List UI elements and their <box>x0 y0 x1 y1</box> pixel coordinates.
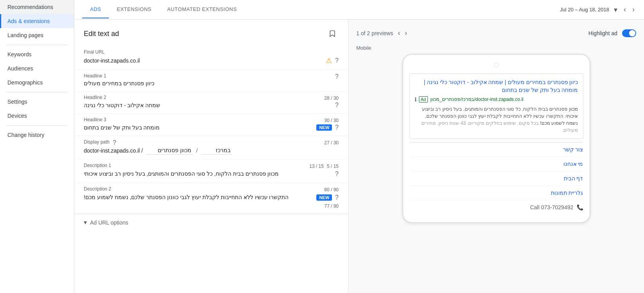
desc2-header-row: Description 2 80 / 90 <box>84 186 339 193</box>
final-url-section: Final URL doctor-inst.zapads.co.il ⚠ ? <box>74 46 348 70</box>
final-url-actions: ⚠ ? <box>326 56 339 65</box>
tab-automated-extensions[interactable]: AUTOMATED EXTENSIONS <box>159 1 245 18</box>
ad-url-text: doctor-inst.zapads.co.il/במרכז/פסנתרים_מ… <box>430 97 523 102</box>
sidebar-item-change-history[interactable]: Change history <box>0 128 74 142</box>
display-path-info-icon[interactable]: ? <box>113 139 116 146</box>
main-content: ADS EXTENSIONS AUTOMATED EXTENSIONS Jul … <box>74 0 644 293</box>
display-path-base: doctor-inst.zapads.co.il / <box>84 147 143 154</box>
date-nav: ▾ ‹ › <box>612 4 636 16</box>
headline3-info-icon[interactable]: ? <box>335 124 339 131</box>
sidebar-item-settings[interactable]: Settings <box>0 95 74 109</box>
date-range: Jul 20 – Aug 18, 2018 ▾ ‹ › <box>560 4 636 16</box>
desc1-value-row: מכוון פסנתרים בבית הלקוח, כל סוגי הפסנתר… <box>84 170 339 178</box>
preview-nav: ‹ › <box>396 27 409 39</box>
site-link-3[interactable]: גלריית תמונות <box>409 186 583 200</box>
preview-prev-button[interactable]: ‹ <box>396 27 402 39</box>
display-path-header-row: Display path ? 27 / 30 <box>84 139 339 146</box>
desc2-label: Description 2 <box>84 186 111 192</box>
desc2-badge-actions: NEW ? <box>316 194 339 201</box>
sidebar-item-keywords[interactable]: Keywords <box>0 47 74 61</box>
desc1-value[interactable]: מכוון פסנתרים בבית הלקוח, כל סוגי הפסנתר… <box>84 170 279 178</box>
phone-mockup: כיוון פסנתרים במחירים מעולים | שמחה אקיל… <box>402 54 590 223</box>
date-next-button[interactable]: › <box>631 4 636 15</box>
display-path-label: Display path <box>84 139 110 145</box>
headline1-info-icon[interactable]: ? <box>335 73 339 80</box>
edit-panel: Edit text ad Final URL doctor-inst.zapad… <box>74 20 348 293</box>
headline3-count: 30 / 30 <box>324 118 339 123</box>
desc2-value-row: התקשרו עכשיו ללא התחייבות לקבלת יעוץ לגב… <box>84 193 339 201</box>
sidebar-item-devices[interactable]: Devices <box>0 109 74 123</box>
headline1-value[interactable]: כיוון פסנתרים במחירים מעולים <box>84 80 154 86</box>
date-dropdown-button[interactable]: ▾ <box>612 4 619 16</box>
headline3-badge-actions: NEW ? <box>316 124 339 131</box>
highlight-toggle[interactable] <box>622 29 636 37</box>
ad-badge: Ad <box>419 96 428 102</box>
phone-icon: 📞 <box>577 204 583 210</box>
date-prev-button[interactable]: ‹ <box>622 4 628 15</box>
tab-extensions[interactable]: EXTENSIONS <box>109 1 159 18</box>
headline3-label: Headline 3 <box>84 117 106 122</box>
sidebar-item-ads-extensions[interactable]: Ads & extensions <box>0 14 74 28</box>
site-links: צור קשר מי אנחנו דף הבית גלריית תמונות 📞… <box>409 142 583 214</box>
display-path-label-row: Display path ? <box>84 139 116 146</box>
headline3-value[interactable]: מומחה בעל ותק של שנים בתחום <box>84 124 160 131</box>
headline1-label: Headline 1 <box>84 73 106 79</box>
tab-ads[interactable]: ADS <box>82 1 109 18</box>
desc2-count: 80 / 90 <box>324 187 339 192</box>
phone-circle <box>494 63 499 67</box>
call-row: 📞 Call 073-7029492 <box>409 200 583 214</box>
desc2-count2: 77 / 90 <box>324 203 339 209</box>
headline1-section: Headline 1 ? כיוון פסנתרים במחירים מעולי… <box>74 70 348 92</box>
desc1-counts: 13 / 15 5 / 15 <box>309 164 339 169</box>
desc2-new-badge: NEW <box>316 194 332 201</box>
headline2-value[interactable]: שמחה אקילוב - דוקטור כלי נגינה <box>84 102 160 108</box>
toggle-slider <box>622 29 636 37</box>
site-link-1[interactable]: מי אנחנו <box>409 157 583 171</box>
headline3-value-row: מומחה בעל ותק של שנים בתחום NEW ? <box>84 124 339 131</box>
headline2-count: 28 / 30 <box>324 95 339 101</box>
ad-headline[interactable]: כיוון פסנתרים במחירים מעולים | שמחה אקיל… <box>415 79 578 94</box>
headline1-actions: ? <box>335 73 339 80</box>
mobile-label: Mobile <box>356 45 636 51</box>
sidebar-divider-2 <box>6 92 68 92</box>
headline3-section: Headline 3 30 / 30 מומחה בעל ותק של שנים… <box>74 114 348 136</box>
desc2-info-icon[interactable]: ? <box>335 194 339 201</box>
ad-description-main: מכוון פסנתרים בבית הלקוח, כל סוגי הפסנתר… <box>415 106 578 134</box>
info-icon[interactable]: ? <box>335 57 339 64</box>
highlight-label: Highlight ad <box>588 30 617 36</box>
sidebar-item-demographics[interactable]: Demographics <box>0 75 74 90</box>
headline2-actions: 28 / 30 <box>324 95 339 101</box>
headline2-label: Headline 2 <box>84 95 106 100</box>
date-range-text: Jul 20 – Aug 18, 2018 <box>560 7 609 13</box>
desc1-section: Description 1 13 / 15 5 / 15 מכוון פסנתר… <box>74 160 348 183</box>
headline2-value-row: שמחה אקילוב - דוקטור כלי נגינה ? <box>84 102 339 109</box>
desc1-info-icon[interactable]: ? <box>335 171 339 178</box>
desc2-value[interactable]: התקשרו עכשיו ללא התחייבות לקבלת יעוץ לגב… <box>84 193 289 201</box>
site-link-2[interactable]: דף הבית <box>409 171 583 186</box>
ad-info-icon[interactable]: ℹ <box>415 96 417 102</box>
display-path-count: 27 / 30 <box>324 140 339 146</box>
phone-notch <box>409 63 583 67</box>
headline1-row: Headline 1 ? <box>84 73 339 80</box>
preview-next-button[interactable]: › <box>403 27 409 39</box>
display-path-input1[interactable] <box>146 146 193 155</box>
ad-card: כיוון פסנתרים במחירים מעולים | שמחה אקיל… <box>409 74 583 139</box>
bookmark-icon[interactable] <box>326 27 339 40</box>
headline3-new-badge: NEW <box>316 124 332 131</box>
preview-counter: 1 of 2 previews ‹ › <box>356 27 409 39</box>
warning-icon: ⚠ <box>326 56 332 65</box>
ad-url-options[interactable]: ▾ Ad URL options <box>74 214 348 231</box>
headline1-value-row: כיוון פסנתרים במחירים מעולים <box>84 80 339 86</box>
edit-panel-header: Edit text ad <box>74 20 348 46</box>
sidebar-item-landing-pages[interactable]: Landing pages <box>0 28 74 42</box>
sidebar-item-recommendations[interactable]: Recommendations <box>0 0 74 14</box>
chevron-down-icon: ▾ <box>84 219 87 226</box>
headline2-info-icon[interactable]: ? <box>335 102 339 109</box>
final-url-value[interactable]: doctor-inst.zapads.co.il <box>84 58 140 64</box>
site-link-0[interactable]: צור קשר <box>409 142 583 157</box>
desc1-count1: 13 / 15 <box>309 164 324 169</box>
display-path-input2[interactable] <box>201 146 232 155</box>
sidebar: Recommendations Ads & extensions Landing… <box>0 0 74 293</box>
sidebar-item-audiences[interactable]: Audiences <box>0 61 74 75</box>
preview-panel: 1 of 2 previews ‹ › Highlight ad <box>348 20 644 293</box>
